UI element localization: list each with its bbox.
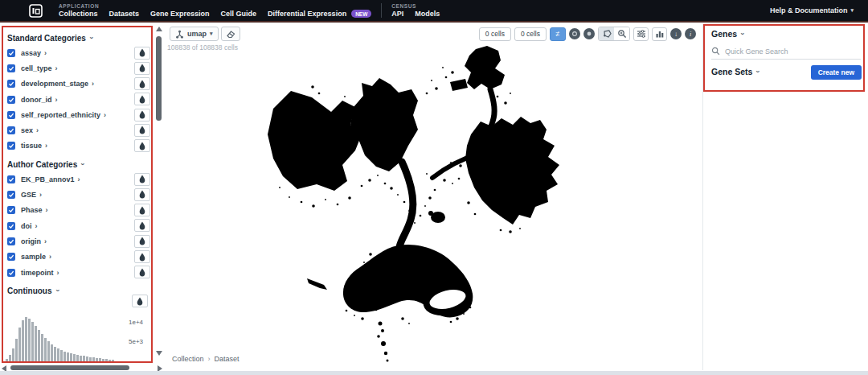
colorby-droplet-button[interactable] [134,109,150,122]
histogram-bar [35,326,37,361]
zoom-pan-button[interactable] [614,27,629,40]
chevron-right-icon[interactable]: › [49,253,51,261]
unsubset-button[interactable] [583,28,595,39]
nav-link-models[interactable]: Models [415,10,440,18]
histogram-bar [47,341,50,361]
colorby-droplet-button[interactable] [134,235,150,248]
category-label: self_reported_ethnicity [21,111,100,119]
nav-link-datasets[interactable]: Datasets [109,10,140,18]
colorby-droplet-button[interactable] [134,188,150,201]
category-checkbox[interactable] [7,64,15,72]
cellset2-button[interactable]: 0 cells [514,27,547,41]
top-navbar: APPLICATION CollectionsDatasetsGene Expr… [0,0,868,23]
droplet-icon [138,48,146,57]
category-checkbox[interactable] [7,80,15,88]
gene-search-input[interactable] [725,47,845,56]
histogram-bar [54,347,56,361]
cellxgene-logo-icon[interactable] [29,4,43,18]
clip-outliers-button[interactable] [633,27,649,41]
continuous-histogram[interactable] [6,317,125,361]
chevron-right-icon[interactable]: › [104,111,106,119]
colorby-droplet-button[interactable] [134,62,150,75]
breadcrumb-dataset[interactable]: Dataset [215,355,240,363]
breadcrumb: Collection › Dataset [172,355,240,363]
unsubset-icon [586,31,592,37]
colorby-droplet-button[interactable] [134,47,150,60]
histogram-bar [92,357,95,361]
info-button[interactable]: i [685,28,696,39]
colorby-droplet-button[interactable] [134,219,150,232]
umap-scatter-plot[interactable] [241,44,699,366]
nav-link-api[interactable]: API [391,10,403,18]
category-checkbox[interactable] [7,111,15,119]
chevron-right-icon[interactable]: › [78,175,80,183]
graph-toolbar: 0 cells 0 cells ≠ [479,27,696,41]
category-checkbox[interactable] [7,206,15,214]
colorby-droplet-button[interactable] [134,139,150,152]
category-checkbox[interactable] [7,222,15,230]
nav-link-differential-expression[interactable]: Differential Expression [268,10,346,18]
scroll-up-arrow-icon[interactable] [156,27,162,31]
category-checkbox[interactable] [7,175,15,183]
colorby-droplet-button[interactable] [134,173,150,186]
colorby-droplet-button[interactable] [134,204,150,216]
author-row-timepoint: timepoint› [0,265,154,280]
category-checkbox[interactable] [7,96,15,104]
author-categories-label: Author Categories [7,160,77,169]
scroll-down-arrow-icon[interactable] [156,351,162,356]
continuous-label: Continuous [7,286,52,295]
gene-search-row [711,43,861,60]
category-checkbox[interactable] [7,253,15,261]
sidebar-horizontal-scroll-thumb[interactable] [10,365,129,370]
download-button[interactable]: ↓ [670,28,682,39]
diffexp-button[interactable]: ≠ [550,27,566,41]
clear-embedding-button[interactable] [221,27,240,41]
cellset1-button[interactable]: 0 cells [479,27,511,41]
droplet-icon [138,110,146,119]
gene-sets-header[interactable]: Gene Sets › [711,67,759,76]
colorby-droplet-button[interactable] [132,295,148,307]
chevron-right-icon[interactable]: › [57,269,59,277]
standard-categories-header[interactable]: Standard Categories › [0,31,154,45]
chevron-right-icon[interactable]: › [45,142,47,150]
chevron-right-icon[interactable]: › [92,80,94,88]
chevron-right-icon[interactable]: › [55,64,58,72]
checkmark-icon [8,253,14,260]
chevron-right-icon[interactable]: › [44,237,47,245]
colorby-droplet-button[interactable] [134,93,150,105]
histogram-bar [38,330,40,361]
colorby-droplet-button[interactable] [134,266,150,278]
genes-header[interactable]: Genes › [711,29,743,39]
category-checkbox[interactable] [7,191,15,199]
category-checkbox[interactable] [7,49,15,57]
colorby-droplet-button[interactable] [134,250,150,263]
chevron-right-icon[interactable]: › [46,206,48,214]
category-label: sample [21,253,46,261]
sidebar-vertical-scroll-thumb[interactable] [156,36,162,121]
chevron-right-icon[interactable]: › [44,49,47,57]
author-categories-header[interactable]: Author Categories › [0,157,154,171]
create-new-geneset-button[interactable]: Create new [811,65,862,80]
standard-row-assay: assay› [0,45,154,60]
histogram-display-button[interactable] [652,27,667,41]
colorby-droplet-button[interactable] [134,77,150,90]
subset-button[interactable] [569,28,580,39]
lasso-select-button[interactable] [599,27,614,40]
chevron-right-icon[interactable]: › [55,96,58,104]
nav-link-gene-expression[interactable]: Gene Expression [150,10,210,18]
category-checkbox[interactable] [7,142,15,150]
nav-link-cell-guide[interactable]: Cell Guide [221,10,257,18]
chevron-right-icon[interactable]: › [35,222,38,230]
breadcrumb-collection[interactable]: Collection [172,355,204,363]
nav-link-collections[interactable]: Collections [59,10,98,18]
chevron-right-icon[interactable]: › [36,126,39,134]
standard-categories-label: Standard Categories [7,34,86,43]
chevron-right-icon[interactable]: › [39,191,42,199]
help-documentation-link[interactable]: Help & Documentation ▾ [770,6,854,14]
category-checkbox[interactable] [7,126,15,134]
histogram-bar [25,317,27,361]
embedding-selector-button[interactable]: umap ▾ [170,27,219,41]
category-checkbox[interactable] [7,269,15,277]
colorby-droplet-button[interactable] [134,124,150,137]
category-checkbox[interactable] [7,237,15,245]
